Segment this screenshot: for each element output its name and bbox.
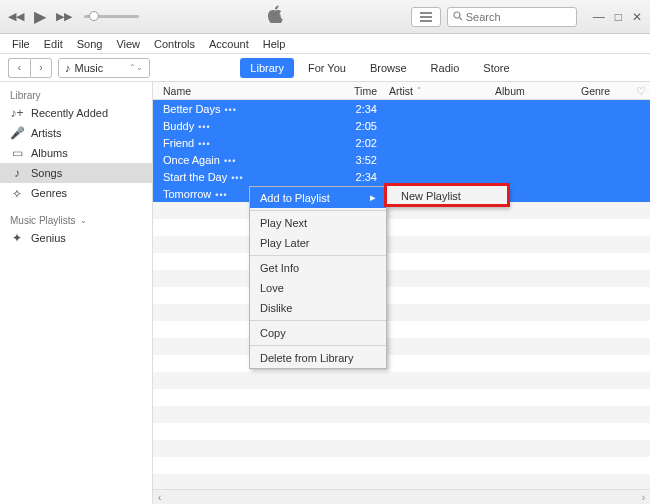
menubar: FileEditSongViewControlsAccountHelp: [0, 34, 650, 54]
track-time: 2:34: [343, 103, 383, 115]
menu-file[interactable]: File: [6, 36, 36, 52]
minimize-button[interactable]: —: [593, 10, 605, 24]
col-loved[interactable]: ♡: [632, 85, 650, 97]
nav-tabs: LibraryFor YouBrowseRadioStore: [150, 58, 610, 78]
col-album[interactable]: Album: [489, 85, 575, 97]
menu-view[interactable]: View: [110, 36, 146, 52]
ctx-play-later[interactable]: Play Later: [250, 233, 386, 253]
search-field[interactable]: [447, 7, 577, 27]
ctx-separator: [250, 345, 386, 346]
sidebar-item-genius[interactable]: ✦Genius: [0, 228, 152, 248]
scroll-right-icon[interactable]: ›: [640, 492, 647, 503]
tab-library[interactable]: Library: [240, 58, 294, 78]
empty-row: [153, 372, 650, 389]
track-row[interactable]: Friend•••2:02: [153, 134, 650, 151]
track-name: Better Days•••: [153, 103, 343, 115]
track-row[interactable]: Better Days•••2:34: [153, 100, 650, 117]
chevron-right-icon: ▸: [370, 191, 376, 204]
track-name: Once Again•••: [153, 154, 343, 166]
next-button[interactable]: ▶▶: [56, 10, 72, 23]
sidebar-item-artists[interactable]: 🎤Artists: [0, 123, 152, 143]
ctx-separator: [250, 320, 386, 321]
close-button[interactable]: ✕: [632, 10, 642, 24]
track-row[interactable]: Start the Day•••2:34: [153, 168, 650, 185]
track-name: Buddy•••: [153, 120, 343, 132]
sidebar-icon: 🎤: [10, 126, 24, 140]
ctx-love[interactable]: Love: [250, 278, 386, 298]
sidebar-item-genres[interactable]: ⟡Genres: [0, 183, 152, 203]
music-icon: ♪: [65, 62, 71, 74]
source-label: Music: [75, 62, 104, 74]
empty-row: [153, 406, 650, 423]
svg-point-0: [454, 12, 460, 18]
col-artist[interactable]: Artist ˄: [383, 85, 489, 97]
sidebar-item-songs[interactable]: ♪Songs: [0, 163, 152, 183]
search-icon: [453, 11, 463, 23]
sidebar-item-albums[interactable]: ▭Albums: [0, 143, 152, 163]
toolbar: ‹ › ♪ Music ⌃⌄ LibraryFor YouBrowseRadio…: [0, 54, 650, 82]
menu-help[interactable]: Help: [257, 36, 292, 52]
menu-song[interactable]: Song: [71, 36, 109, 52]
chevron-updown-icon: ⌃⌄: [129, 63, 143, 72]
context-submenu: New Playlist: [386, 185, 508, 207]
volume-slider[interactable]: [84, 15, 139, 18]
sidebar-item-label: Genius: [31, 232, 66, 244]
tab-for-you[interactable]: For You: [298, 58, 356, 78]
track-time: 2:34: [343, 171, 383, 183]
menu-controls[interactable]: Controls: [148, 36, 201, 52]
empty-row: [153, 440, 650, 457]
empty-row: [153, 389, 650, 406]
source-selector[interactable]: ♪ Music ⌃⌄: [58, 58, 150, 78]
tab-browse[interactable]: Browse: [360, 58, 417, 78]
scroll-left-icon[interactable]: ‹: [156, 492, 163, 503]
empty-row: [153, 236, 650, 253]
col-time[interactable]: Time: [343, 85, 383, 97]
ctx-separator: [250, 210, 386, 211]
empty-row: [153, 457, 650, 474]
search-input[interactable]: [466, 11, 571, 23]
menu-account[interactable]: Account: [203, 36, 255, 52]
play-button[interactable]: ▶: [34, 7, 46, 26]
col-name[interactable]: Name: [153, 85, 343, 97]
sidebar-header-playlists[interactable]: Music Playlists⌄: [0, 211, 152, 228]
track-row[interactable]: Once Again•••3:52: [153, 151, 650, 168]
ctx-dislike[interactable]: Dislike: [250, 298, 386, 318]
empty-row: [153, 270, 650, 287]
ctx-separator: [250, 255, 386, 256]
ctx-get-info[interactable]: Get Info: [250, 258, 386, 278]
ctx-add-to-playlist[interactable]: Add to Playlist▸: [250, 187, 386, 208]
horizontal-scrollbar[interactable]: ‹ ›: [153, 489, 650, 504]
sidebar-item-label: Genres: [31, 187, 67, 199]
submenu-new-playlist[interactable]: New Playlist: [387, 186, 507, 206]
list-view-button[interactable]: [411, 7, 441, 27]
empty-row: [153, 304, 650, 321]
tab-radio[interactable]: Radio: [421, 58, 470, 78]
prev-button[interactable]: ◀◀: [8, 10, 24, 23]
empty-row: [153, 219, 650, 236]
sidebar-header-library: Library: [0, 86, 152, 103]
sort-asc-icon: ˄: [417, 86, 421, 95]
sidebar-item-label: Recently Added: [31, 107, 108, 119]
empty-row: [153, 355, 650, 372]
sidebar-item-label: Songs: [31, 167, 62, 179]
column-headers: Name Time Artist ˄ Album Genre ♡: [153, 82, 650, 100]
track-row[interactable]: Buddy•••2:05: [153, 117, 650, 134]
col-genre[interactable]: Genre: [575, 85, 632, 97]
back-button[interactable]: ‹: [8, 58, 30, 78]
track-time: 3:52: [343, 154, 383, 166]
nav-back-forward: ‹ ›: [8, 58, 52, 78]
playback-controls: ◀◀ ▶ ▶▶: [8, 7, 72, 26]
track-name: Friend•••: [153, 137, 343, 149]
empty-row: [153, 338, 650, 355]
empty-row: [153, 423, 650, 440]
content-pane: Name Time Artist ˄ Album Genre ♡ Better …: [153, 82, 650, 504]
ctx-delete-from-library[interactable]: Delete from Library: [250, 348, 386, 368]
ctx-play-next[interactable]: Play Next: [250, 213, 386, 233]
tab-store[interactable]: Store: [473, 58, 519, 78]
forward-button[interactable]: ›: [30, 58, 52, 78]
sidebar-item-recently-added[interactable]: ♪+Recently Added: [0, 103, 152, 123]
ctx-copy[interactable]: Copy: [250, 323, 386, 343]
menu-edit[interactable]: Edit: [38, 36, 69, 52]
maximize-button[interactable]: □: [615, 10, 622, 24]
main-area: Library ♪+Recently Added🎤Artists▭Albums♪…: [0, 82, 650, 504]
